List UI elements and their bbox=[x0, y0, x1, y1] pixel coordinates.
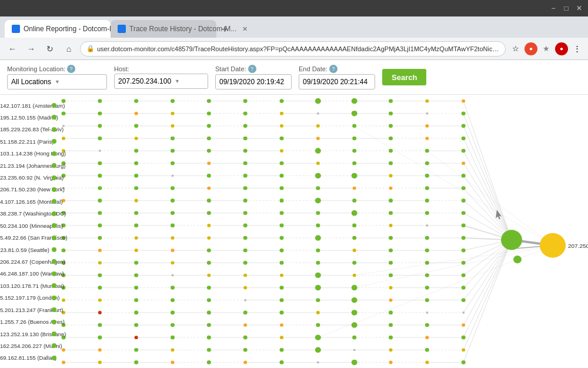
svg-point-449 bbox=[425, 273, 429, 277]
svg-point-401 bbox=[426, 224, 428, 227]
svg-point-460 bbox=[389, 286, 393, 290]
tab-1[interactable]: Online Reporting - Dotcom-Mo... ✕ bbox=[5, 20, 111, 38]
end-date-label: End Date: ? bbox=[299, 65, 375, 73]
forward-button[interactable]: → bbox=[24, 41, 39, 57]
svg-point-490 bbox=[171, 323, 175, 327]
home-button[interactable]: ⌂ bbox=[61, 41, 76, 57]
back-button[interactable]: ← bbox=[5, 41, 20, 57]
svg-point-274 bbox=[171, 99, 175, 103]
svg-point-378 bbox=[462, 198, 466, 203]
location-label: 23.235.60.92 (N. Virginia) bbox=[0, 174, 52, 181]
search-button[interactable]: Search bbox=[382, 69, 426, 85]
new-tab-button[interactable]: + bbox=[216, 21, 233, 38]
svg-point-514 bbox=[171, 348, 175, 352]
location-row: 1.255.7.26 (Buenos Aires) bbox=[0, 316, 56, 328]
svg-point-339 bbox=[352, 161, 356, 165]
svg-text:207.250.234.100 (dmage...): 207.250.234.100 (dmage...) bbox=[568, 243, 588, 249]
ext-icon-3[interactable]: ● bbox=[555, 42, 568, 55]
svg-point-482 bbox=[316, 311, 320, 314]
svg-point-326 bbox=[315, 148, 321, 153]
svg-point-320 bbox=[99, 150, 101, 152]
start-date-field: Start Date: ? bbox=[215, 65, 292, 89]
svg-point-429 bbox=[134, 261, 138, 265]
host-select[interactable]: 207.250.234.100 ▼ bbox=[114, 74, 208, 89]
svg-point-298 bbox=[171, 124, 175, 128]
url-bar[interactable]: 🔒 user.dotcom-monitor.com/c48579/TraceRo… bbox=[80, 41, 506, 57]
svg-point-334 bbox=[171, 161, 175, 165]
svg-point-386 bbox=[316, 211, 320, 215]
svg-point-525 bbox=[134, 360, 138, 364]
close-button[interactable]: ✕ bbox=[575, 4, 583, 12]
svg-point-288 bbox=[243, 111, 248, 115]
maximize-button[interactable]: □ bbox=[562, 4, 570, 12]
minimize-button[interactable]: − bbox=[549, 4, 557, 12]
monitoring-location-select[interactable]: All Locations ▼ bbox=[7, 74, 107, 89]
svg-point-480 bbox=[243, 311, 248, 315]
ext-icon-1[interactable]: ● bbox=[524, 42, 537, 55]
tab-close-2[interactable]: ✕ bbox=[242, 25, 248, 33]
monitoring-location-help[interactable]: ? bbox=[67, 65, 75, 73]
svg-point-285 bbox=[135, 112, 138, 115]
refresh-button[interactable]: ↻ bbox=[42, 41, 58, 57]
svg-point-442 bbox=[172, 274, 174, 277]
svg-point-402 bbox=[462, 224, 466, 228]
end-date-input[interactable] bbox=[299, 74, 375, 89]
location-label: 195.12.50.155 (Madrid) bbox=[0, 114, 52, 121]
svg-point-524 bbox=[98, 361, 102, 364]
location-dot bbox=[52, 127, 56, 132]
svg-point-532 bbox=[389, 361, 393, 364]
svg-point-329 bbox=[425, 149, 429, 153]
svg-point-307 bbox=[62, 137, 65, 140]
location-label: 69.162.81.155 (Dallas) bbox=[0, 354, 52, 361]
svg-point-531 bbox=[352, 360, 358, 365]
svg-point-300 bbox=[243, 124, 248, 128]
location-label: 51.158.22.211 (Paris) bbox=[0, 138, 52, 145]
location-dot bbox=[52, 139, 56, 144]
svg-point-363 bbox=[353, 187, 356, 190]
start-date-label: Start Date: ? bbox=[215, 65, 292, 73]
location-dot bbox=[52, 187, 56, 192]
end-date-help[interactable]: ? bbox=[329, 65, 338, 73]
svg-point-502 bbox=[171, 336, 175, 340]
start-date-help[interactable]: ? bbox=[248, 65, 256, 73]
svg-point-416 bbox=[98, 248, 102, 252]
svg-point-372 bbox=[243, 198, 248, 203]
svg-point-347 bbox=[207, 174, 211, 178]
svg-point-284 bbox=[98, 111, 102, 115]
svg-point-478 bbox=[171, 311, 175, 315]
location-row: 5.49.22.66 (San Francisco) bbox=[0, 232, 56, 244]
svg-point-435 bbox=[352, 261, 356, 265]
svg-line-65 bbox=[463, 163, 512, 240]
svg-point-505 bbox=[280, 336, 283, 339]
tab-2[interactable]: Trace Route History - Dotcom-M... ✕ bbox=[111, 20, 216, 38]
location-row: 21.23.194 (Johannesburg) bbox=[0, 160, 56, 171]
svg-point-472 bbox=[389, 299, 393, 302]
svg-point-276 bbox=[243, 99, 248, 103]
star-icon[interactable]: ☆ bbox=[509, 42, 522, 55]
svg-point-448 bbox=[389, 273, 393, 277]
svg-point-519 bbox=[353, 349, 356, 351]
svg-point-277 bbox=[280, 99, 284, 103]
svg-point-354 bbox=[462, 174, 466, 178]
svg-point-452 bbox=[98, 286, 102, 290]
svg-point-344 bbox=[98, 174, 102, 178]
svg-point-393 bbox=[134, 224, 138, 228]
location-dot bbox=[52, 175, 56, 180]
svg-point-430 bbox=[171, 261, 175, 264]
menu-button[interactable]: ⋮ bbox=[570, 42, 583, 55]
svg-point-497 bbox=[425, 323, 429, 327]
location-row: 103.120.178.71 (Mumbai) bbox=[0, 280, 56, 291]
svg-point-311 bbox=[207, 137, 211, 141]
svg-point-301 bbox=[280, 124, 283, 128]
nav-bar: ← → ↻ ⌂ 🔒 user.dotcom-monitor.com/c48579… bbox=[0, 38, 588, 60]
svg-point-512 bbox=[98, 348, 102, 352]
svg-point-431 bbox=[207, 261, 211, 265]
start-date-input[interactable] bbox=[215, 74, 292, 89]
svg-point-471 bbox=[352, 297, 358, 303]
svg-point-495 bbox=[352, 322, 358, 327]
svg-point-314 bbox=[316, 137, 320, 140]
ext-icon-2[interactable]: ★ bbox=[540, 42, 553, 55]
svg-line-257 bbox=[463, 240, 512, 362]
svg-point-392 bbox=[98, 224, 102, 228]
location-label: 4.107.126.165 (Montreal) bbox=[0, 198, 52, 205]
